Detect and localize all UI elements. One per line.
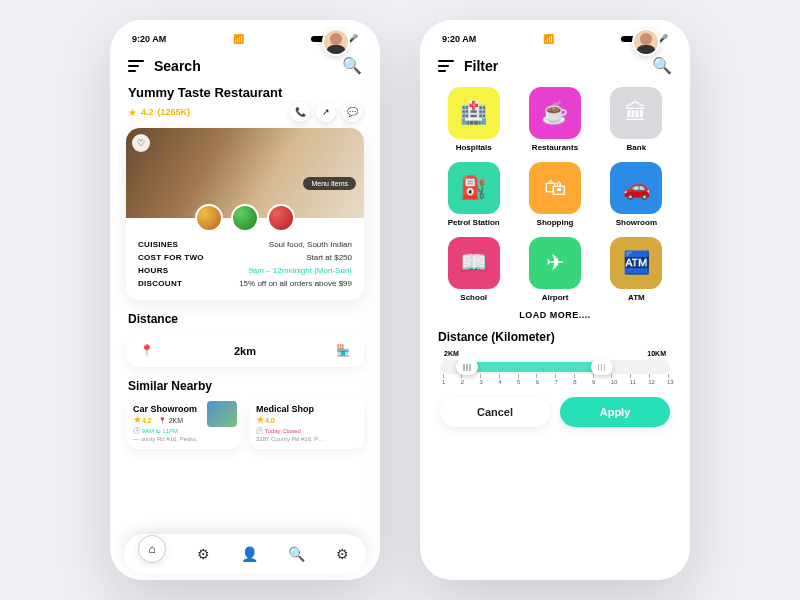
tick: 13 (667, 379, 668, 385)
dish-thumb[interactable] (231, 204, 259, 232)
header-title: Filter (464, 58, 642, 74)
slider-track[interactable] (440, 360, 670, 374)
origin-pin-icon: 📍 (140, 344, 154, 357)
dish-thumb[interactable] (195, 204, 223, 232)
similar-title: Similar Nearby (124, 375, 366, 397)
category-label: Restaurants (521, 143, 588, 152)
slider-fill (463, 362, 606, 372)
distance-slider[interactable]: 2KM 10KM 12345678910111213 (434, 348, 676, 387)
nav-home[interactable]: ⌂ (138, 535, 166, 563)
tick: 11 (630, 379, 631, 385)
category-label: Hospitals (440, 143, 507, 152)
category-icon: ☕ (529, 87, 581, 139)
call-button[interactable]: 📞 (290, 102, 310, 122)
category-restaurants[interactable]: ☕Restaurants (521, 87, 588, 152)
similar-card[interactable]: Car Showroom ★4.2📍 2KM 🕐 9AM to 11PM — o… (126, 397, 241, 449)
place-name: Yummy Taste Restaurant (124, 83, 366, 102)
category-label: Airport (521, 293, 588, 302)
similar-card[interactable]: Medical Shop ★4.0 🕐 Today Closed 3287 Co… (249, 397, 364, 449)
tick: 3 (480, 379, 481, 385)
category-label: Bank (603, 143, 670, 152)
favorite-button[interactable]: ♡ (132, 134, 150, 152)
category-icon: 🏛 (610, 87, 662, 139)
similar-rating: 4.2 (142, 417, 152, 424)
place-card[interactable]: ♡ Menu Items CUISINESSoul food, South In… (126, 128, 364, 300)
avatar[interactable] (322, 28, 350, 56)
wifi-icon: 📶 (233, 34, 244, 44)
filter-screen: 9:20 AM 📶 🎤 Filter 🔍 🏥Hospitals☕Restaura… (420, 20, 690, 580)
review-count: (1265K) (158, 107, 191, 117)
distance-value: 2km (234, 345, 256, 357)
apply-button[interactable]: Apply (560, 397, 670, 427)
distance-card[interactable]: 📍 2km 🏪 (126, 334, 364, 367)
category-icon: 📖 (448, 237, 500, 289)
search-icon[interactable]: 🔍 (342, 56, 362, 75)
dish-previews[interactable] (195, 204, 295, 232)
tick: 2 (461, 379, 462, 385)
category-airport[interactable]: ✈Airport (521, 237, 588, 302)
nav-deals[interactable]: ⚙ (195, 545, 213, 563)
category-atm[interactable]: 🏧ATM (603, 237, 670, 302)
star-icon: ★ (133, 414, 142, 425)
load-more-button[interactable]: LOAD MORE.... (434, 304, 676, 326)
category-label: School (440, 293, 507, 302)
tick: 1 (442, 379, 443, 385)
similar-hours: 🕐 Today Closed (256, 427, 357, 434)
category-grid: 🏥Hospitals☕Restaurants🏛Bank⛽Petrol Stati… (434, 83, 676, 304)
category-hospitals[interactable]: 🏥Hospitals (440, 87, 507, 152)
tick: 4 (498, 379, 499, 385)
category-icon: 🏧 (610, 237, 662, 289)
hours-label: HOURS (138, 266, 168, 275)
hero-image: ♡ Menu Items (126, 128, 364, 218)
wifi-icon: 📶 (543, 34, 554, 44)
directions-button[interactable]: ↗ (316, 102, 336, 122)
discount-label: DISCOUNT (138, 279, 182, 288)
nav-profile[interactable]: 👤 (241, 545, 259, 563)
slider-max-label: 10KM (647, 350, 666, 357)
similar-list[interactable]: Car Showroom ★4.2📍 2KM 🕐 9AM to 11PM — o… (124, 397, 366, 449)
category-icon: ✈ (529, 237, 581, 289)
slider-thumb-min[interactable] (456, 359, 478, 375)
menu-icon[interactable] (438, 60, 454, 72)
tick: 8 (573, 379, 574, 385)
category-icon: 🚗 (610, 162, 662, 214)
rating-value: 4.2 (141, 107, 154, 117)
similar-thumb (207, 401, 237, 427)
category-icon: 🏥 (448, 87, 500, 139)
similar-rating: 4.0 (265, 417, 275, 424)
search-icon[interactable]: 🔍 (652, 56, 672, 75)
category-label: Petrol Station (440, 218, 507, 227)
similar-name: Medical Shop (256, 404, 357, 414)
tick: 6 (536, 379, 537, 385)
nav-settings[interactable]: ⚙ (334, 545, 352, 563)
header-title: Search (154, 58, 332, 74)
tick: 9 (592, 379, 593, 385)
tick: 7 (555, 379, 556, 385)
distance-filter-title: Distance (Kilometer) (434, 326, 676, 348)
category-shopping[interactable]: 🛍Shopping (521, 162, 588, 227)
search-screen: 9:20 AM 📶 🎤 Search 🔍 Yummy Taste Restaur… (110, 20, 380, 580)
bottom-nav: ⌂ ⚙ 👤 🔍 ⚙ (124, 534, 366, 574)
slider-thumb-max[interactable] (591, 359, 613, 375)
cuisines-label: CUISINES (138, 240, 178, 249)
chat-button[interactable]: 💬 (342, 102, 362, 122)
similar-addr: — ounty Rd #16, Pedro, (133, 436, 234, 442)
nav-search[interactable]: 🔍 (287, 545, 305, 563)
category-school[interactable]: 📖School (440, 237, 507, 302)
star-icon: ★ (128, 107, 137, 118)
slider-ticks: 12345678910111213 (440, 378, 670, 385)
discount-value: 15% off on all orders above $99 (239, 279, 352, 288)
category-label: Showroom (603, 218, 670, 227)
dish-thumb[interactable] (267, 204, 295, 232)
category-bank[interactable]: 🏛Bank (603, 87, 670, 152)
category-petrol-station[interactable]: ⛽Petrol Station (440, 162, 507, 227)
category-showroom[interactable]: 🚗Showroom (603, 162, 670, 227)
button-row: Cancel Apply (434, 387, 676, 427)
avatar[interactable] (632, 28, 660, 56)
category-icon: ⛽ (448, 162, 500, 214)
cancel-button[interactable]: Cancel (440, 397, 550, 427)
cost-value: Start at $250 (306, 253, 352, 262)
tick: 12 (648, 379, 649, 385)
menu-items-tag[interactable]: Menu Items (303, 177, 356, 190)
menu-icon[interactable] (128, 60, 144, 72)
